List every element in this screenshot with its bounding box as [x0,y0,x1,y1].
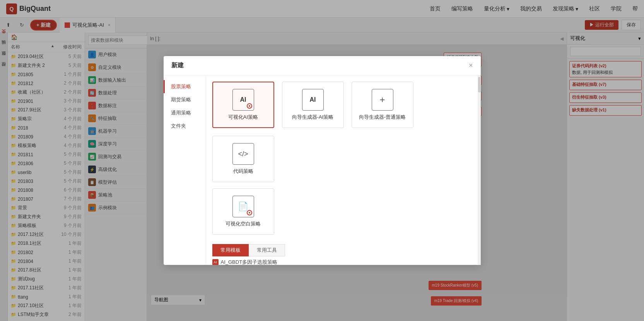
strategy-card-ai-visual[interactable]: AI 可视化AI策略 [212,82,274,128]
ai-target-icon [247,103,252,109]
strategy-card-code[interactable]: </> 代码策略 [212,136,274,182]
modal-sidebar-item-futures[interactable]: 期货策略 [164,93,206,106]
modal-sidebar-item-general[interactable]: 通用策略 [164,106,206,120]
modal-close-button[interactable]: × [469,61,473,70]
strategy-icon-plus: + [372,89,393,111]
strategy-card-label-3: 向导生成器-普通策略 [359,114,406,121]
template-list-item[interactable]: AIAI_GBDT多因子选股策略 [212,258,471,265]
scrollbar-thumb [478,77,480,92]
blank-strategy-row: 📄 可视化空白策略 [212,188,471,235]
strategy-card-label-1: 可视化AI策略 [228,114,258,121]
strategy-icon-code: </> [232,143,254,165]
modal-content: AI 可视化AI策略 AI 向导生成器-AI策略 + [206,75,478,265]
modal-sidebar-item-stock[interactable]: 股票策略 [164,80,206,93]
template-tabs: 常用模板 常用工具 [212,244,471,256]
modal-title: 新建 [171,61,184,70]
strategy-card-general-wizard[interactable]: + 向导生成器-普通策略 [352,82,413,128]
strategy-icon-blank: 📄 [232,196,254,217]
modal-header: 新建 × [164,56,481,75]
modal-body: 股票策略 期货策略 通用策略 文件夹 AI 可视化AI策略 [164,75,481,265]
template-label: AI_GBDT多因子选股策略 [221,259,278,265]
blank-target-icon [247,210,252,215]
strategy-card-blank[interactable]: 📄 可视化空白策略 [212,188,274,235]
template-section: 常用模板 常用工具 AIAI_GBDT多因子选股策略AIAI_StockRank… [212,241,471,265]
strategy-icon-ai-wizard: AI [302,89,324,111]
strategy-icon-ai-visual: AI [232,89,254,111]
modal-overlay[interactable]: 新建 × 股票策略 期货策略 通用策略 文件夹 AI [0,0,644,321]
template-list: AIAI_GBDT多因子选股策略AIAI_StockRanker多因子选股策略A… [212,258,471,265]
strategy-card-label-2: 向导生成器-AI策略 [292,114,334,121]
modal-sidebar: 股票策略 期货策略 通用策略 文件夹 [164,75,206,265]
modal-scrollbar[interactable] [478,75,481,265]
template-icon: AI [212,259,219,265]
tab-common-template[interactable]: 常用模板 [212,244,249,256]
strategy-card-label-4: 代码策略 [233,168,253,175]
tab-common-tools[interactable]: 常用工具 [249,244,285,256]
modal: 新建 × 股票策略 期货策略 通用策略 文件夹 AI [164,56,481,265]
strategy-card-ai-wizard[interactable]: AI 向导生成器-AI策略 [282,82,344,128]
strategy-cards-row: AI 可视化AI策略 AI 向导生成器-AI策略 + [212,82,471,182]
strategy-card-label-blank: 可视化空白策略 [225,220,261,227]
modal-sidebar-item-folder[interactable]: 文件夹 [164,120,206,133]
